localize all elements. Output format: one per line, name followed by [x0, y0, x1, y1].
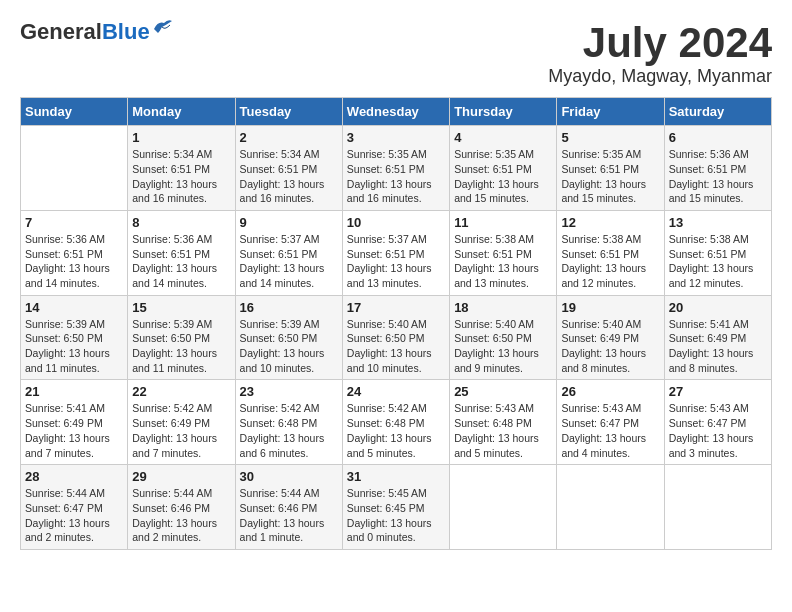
day-cell: 31Sunrise: 5:45 AM Sunset: 6:45 PM Dayli… [342, 465, 449, 550]
day-detail: Sunrise: 5:35 AM Sunset: 6:51 PM Dayligh… [347, 147, 445, 206]
day-detail: Sunrise: 5:38 AM Sunset: 6:51 PM Dayligh… [669, 232, 767, 291]
day-cell: 27Sunrise: 5:43 AM Sunset: 6:47 PM Dayli… [664, 380, 771, 465]
week-row-1: 1Sunrise: 5:34 AM Sunset: 6:51 PM Daylig… [21, 126, 772, 211]
day-cell: 9Sunrise: 5:37 AM Sunset: 6:51 PM Daylig… [235, 210, 342, 295]
day-cell: 12Sunrise: 5:38 AM Sunset: 6:51 PM Dayli… [557, 210, 664, 295]
day-detail: Sunrise: 5:40 AM Sunset: 6:50 PM Dayligh… [347, 317, 445, 376]
day-number: 10 [347, 215, 445, 230]
day-cell: 19Sunrise: 5:40 AM Sunset: 6:49 PM Dayli… [557, 295, 664, 380]
day-number: 4 [454, 130, 552, 145]
day-cell: 5Sunrise: 5:35 AM Sunset: 6:51 PM Daylig… [557, 126, 664, 211]
day-cell: 22Sunrise: 5:42 AM Sunset: 6:49 PM Dayli… [128, 380, 235, 465]
day-cell: 4Sunrise: 5:35 AM Sunset: 6:51 PM Daylig… [450, 126, 557, 211]
column-header-saturday: Saturday [664, 98, 771, 126]
day-detail: Sunrise: 5:34 AM Sunset: 6:51 PM Dayligh… [132, 147, 230, 206]
day-cell: 1Sunrise: 5:34 AM Sunset: 6:51 PM Daylig… [128, 126, 235, 211]
day-number: 24 [347, 384, 445, 399]
day-cell: 21Sunrise: 5:41 AM Sunset: 6:49 PM Dayli… [21, 380, 128, 465]
day-detail: Sunrise: 5:39 AM Sunset: 6:50 PM Dayligh… [25, 317, 123, 376]
day-cell [557, 465, 664, 550]
day-detail: Sunrise: 5:44 AM Sunset: 6:47 PM Dayligh… [25, 486, 123, 545]
day-detail: Sunrise: 5:40 AM Sunset: 6:49 PM Dayligh… [561, 317, 659, 376]
day-detail: Sunrise: 5:44 AM Sunset: 6:46 PM Dayligh… [132, 486, 230, 545]
day-number: 18 [454, 300, 552, 315]
day-cell: 10Sunrise: 5:37 AM Sunset: 6:51 PM Dayli… [342, 210, 449, 295]
calendar-table: SundayMondayTuesdayWednesdayThursdayFrid… [20, 97, 772, 550]
day-detail: Sunrise: 5:43 AM Sunset: 6:48 PM Dayligh… [454, 401, 552, 460]
day-cell: 28Sunrise: 5:44 AM Sunset: 6:47 PM Dayli… [21, 465, 128, 550]
day-number: 23 [240, 384, 338, 399]
day-number: 16 [240, 300, 338, 315]
week-row-5: 28Sunrise: 5:44 AM Sunset: 6:47 PM Dayli… [21, 465, 772, 550]
logo: GeneralBlue [20, 20, 174, 44]
day-cell: 24Sunrise: 5:42 AM Sunset: 6:48 PM Dayli… [342, 380, 449, 465]
day-cell: 20Sunrise: 5:41 AM Sunset: 6:49 PM Dayli… [664, 295, 771, 380]
day-number: 11 [454, 215, 552, 230]
day-cell: 3Sunrise: 5:35 AM Sunset: 6:51 PM Daylig… [342, 126, 449, 211]
day-cell [664, 465, 771, 550]
column-header-thursday: Thursday [450, 98, 557, 126]
day-detail: Sunrise: 5:41 AM Sunset: 6:49 PM Dayligh… [669, 317, 767, 376]
day-detail: Sunrise: 5:35 AM Sunset: 6:51 PM Dayligh… [454, 147, 552, 206]
day-detail: Sunrise: 5:38 AM Sunset: 6:51 PM Dayligh… [454, 232, 552, 291]
day-cell: 16Sunrise: 5:39 AM Sunset: 6:50 PM Dayli… [235, 295, 342, 380]
day-detail: Sunrise: 5:35 AM Sunset: 6:51 PM Dayligh… [561, 147, 659, 206]
day-cell: 6Sunrise: 5:36 AM Sunset: 6:51 PM Daylig… [664, 126, 771, 211]
day-number: 22 [132, 384, 230, 399]
day-detail: Sunrise: 5:43 AM Sunset: 6:47 PM Dayligh… [669, 401, 767, 460]
day-detail: Sunrise: 5:44 AM Sunset: 6:46 PM Dayligh… [240, 486, 338, 545]
day-cell: 13Sunrise: 5:38 AM Sunset: 6:51 PM Dayli… [664, 210, 771, 295]
day-number: 12 [561, 215, 659, 230]
day-number: 27 [669, 384, 767, 399]
day-number: 19 [561, 300, 659, 315]
day-cell: 18Sunrise: 5:40 AM Sunset: 6:50 PM Dayli… [450, 295, 557, 380]
column-header-tuesday: Tuesday [235, 98, 342, 126]
day-number: 8 [132, 215, 230, 230]
day-number: 14 [25, 300, 123, 315]
day-cell: 14Sunrise: 5:39 AM Sunset: 6:50 PM Dayli… [21, 295, 128, 380]
day-cell: 17Sunrise: 5:40 AM Sunset: 6:50 PM Dayli… [342, 295, 449, 380]
column-header-friday: Friday [557, 98, 664, 126]
day-number: 20 [669, 300, 767, 315]
day-detail: Sunrise: 5:43 AM Sunset: 6:47 PM Dayligh… [561, 401, 659, 460]
day-number: 1 [132, 130, 230, 145]
day-number: 9 [240, 215, 338, 230]
day-detail: Sunrise: 5:37 AM Sunset: 6:51 PM Dayligh… [347, 232, 445, 291]
week-row-2: 7Sunrise: 5:36 AM Sunset: 6:51 PM Daylig… [21, 210, 772, 295]
day-cell: 8Sunrise: 5:36 AM Sunset: 6:51 PM Daylig… [128, 210, 235, 295]
day-cell: 15Sunrise: 5:39 AM Sunset: 6:50 PM Dayli… [128, 295, 235, 380]
day-number: 5 [561, 130, 659, 145]
column-header-monday: Monday [128, 98, 235, 126]
day-cell: 30Sunrise: 5:44 AM Sunset: 6:46 PM Dayli… [235, 465, 342, 550]
day-number: 26 [561, 384, 659, 399]
day-cell: 7Sunrise: 5:36 AM Sunset: 6:51 PM Daylig… [21, 210, 128, 295]
day-detail: Sunrise: 5:37 AM Sunset: 6:51 PM Dayligh… [240, 232, 338, 291]
day-cell: 23Sunrise: 5:42 AM Sunset: 6:48 PM Dayli… [235, 380, 342, 465]
day-number: 30 [240, 469, 338, 484]
logo-bird-icon [152, 19, 174, 37]
day-detail: Sunrise: 5:42 AM Sunset: 6:48 PM Dayligh… [347, 401, 445, 460]
day-detail: Sunrise: 5:45 AM Sunset: 6:45 PM Dayligh… [347, 486, 445, 545]
day-number: 2 [240, 130, 338, 145]
day-cell: 2Sunrise: 5:34 AM Sunset: 6:51 PM Daylig… [235, 126, 342, 211]
day-cell: 25Sunrise: 5:43 AM Sunset: 6:48 PM Dayli… [450, 380, 557, 465]
day-detail: Sunrise: 5:42 AM Sunset: 6:49 PM Dayligh… [132, 401, 230, 460]
day-detail: Sunrise: 5:42 AM Sunset: 6:48 PM Dayligh… [240, 401, 338, 460]
logo-text: GeneralBlue [20, 20, 150, 44]
day-detail: Sunrise: 5:36 AM Sunset: 6:51 PM Dayligh… [669, 147, 767, 206]
day-number: 28 [25, 469, 123, 484]
day-cell: 29Sunrise: 5:44 AM Sunset: 6:46 PM Dayli… [128, 465, 235, 550]
day-number: 6 [669, 130, 767, 145]
day-number: 31 [347, 469, 445, 484]
week-row-3: 14Sunrise: 5:39 AM Sunset: 6:50 PM Dayli… [21, 295, 772, 380]
day-number: 25 [454, 384, 552, 399]
day-detail: Sunrise: 5:38 AM Sunset: 6:51 PM Dayligh… [561, 232, 659, 291]
day-cell [450, 465, 557, 550]
day-detail: Sunrise: 5:41 AM Sunset: 6:49 PM Dayligh… [25, 401, 123, 460]
column-header-wednesday: Wednesday [342, 98, 449, 126]
day-detail: Sunrise: 5:36 AM Sunset: 6:51 PM Dayligh… [25, 232, 123, 291]
day-detail: Sunrise: 5:40 AM Sunset: 6:50 PM Dayligh… [454, 317, 552, 376]
day-cell [21, 126, 128, 211]
week-row-4: 21Sunrise: 5:41 AM Sunset: 6:49 PM Dayli… [21, 380, 772, 465]
day-number: 3 [347, 130, 445, 145]
